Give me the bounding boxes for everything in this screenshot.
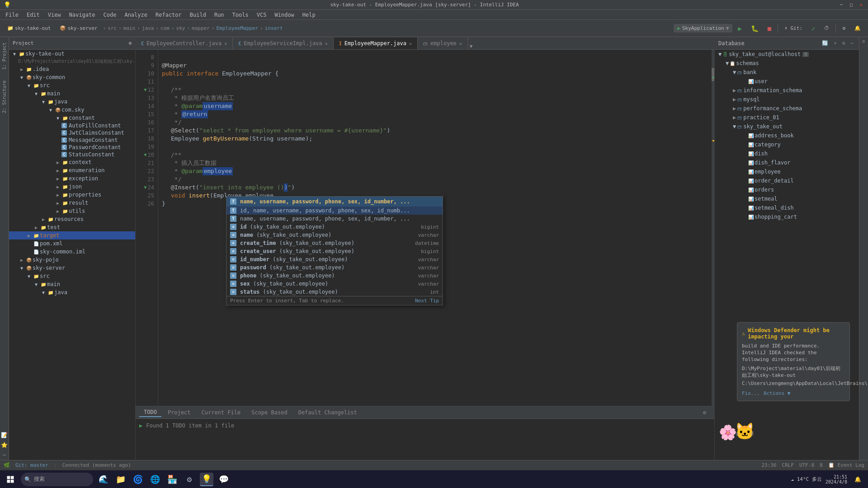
taskbar-icon-settings[interactable]: ⚙ (183, 473, 196, 486)
toolbar-module-selector[interactable]: 📦 sky-server (56, 24, 101, 33)
db-category[interactable]: 📊 category (715, 140, 859, 149)
db-order-detail[interactable]: 📊 order_detail (715, 176, 859, 185)
status-position[interactable]: 23:36 (761, 462, 776, 468)
db-schemas[interactable]: ▼ 📋 schemas (715, 59, 859, 68)
menu-build[interactable]: Build (186, 11, 210, 19)
tree-item-context[interactable]: ▶ 📁 context (9, 158, 135, 166)
tree-item-autofill[interactable]: C AutoFillConstant (9, 122, 135, 129)
bottom-settings-icon[interactable]: ⚙ (698, 408, 711, 417)
tab-dropdown[interactable]: ▼ (470, 43, 473, 49)
tree-item-status[interactable]: C StatusConstant (9, 151, 135, 158)
tree-item-sky-pojo[interactable]: ▶ 📦 sky-pojo (9, 256, 135, 264)
ac-item-create-time[interactable]: ≡ create_time (sky_take_out.employee) da… (226, 239, 443, 247)
menu-vcs[interactable]: VCS (253, 11, 270, 19)
sidebar-icon-favorites[interactable]: ⭐ (1, 442, 8, 448)
run-config[interactable]: ▶ SkyApplication ▼ (674, 24, 732, 33)
menu-tools[interactable]: Tools (229, 11, 252, 19)
git-update[interactable]: ⬇ Git: (781, 24, 806, 33)
ac-next-tip[interactable]: Next Tip (415, 298, 439, 304)
taskbar-search[interactable]: 🔍 搜索 (21, 473, 93, 486)
notifications-button[interactable]: 🔔 (851, 24, 864, 33)
db-connection[interactable]: ▼ 🗄 sky_take_out@localhost 0 (715, 50, 859, 59)
tree-item-utils[interactable]: ▶ 📁 utils (9, 207, 135, 215)
ac-item-password[interactable]: ≡ password (sky_take_out.employee) varch… (226, 263, 443, 272)
menu-help[interactable]: Help (299, 11, 319, 19)
db-shopping-cart[interactable]: 📊 shopping_cart (715, 212, 859, 221)
tree-item-result[interactable]: ▶ 📁 result (9, 199, 135, 207)
tree-item-resources[interactable]: ▶ 📁 resources (9, 215, 135, 223)
db-sky-take-out[interactable]: ▼ 🗃 sky_take_out (715, 122, 859, 131)
db-orders[interactable]: 📊 orders (715, 185, 859, 194)
status-charset[interactable]: UTF-8 (799, 462, 814, 468)
bottom-tab-todo[interactable]: TODO (139, 408, 161, 417)
git-push[interactable]: ✓ (808, 23, 819, 33)
menu-refactor[interactable]: Refactor (152, 11, 185, 19)
sidebar-tab-project[interactable]: 1: Project (1, 39, 8, 73)
ac-header-row1[interactable]: T name, username, password, phone, sex, … (226, 197, 443, 206)
db-setmeal[interactable]: 📊 setmeal (715, 194, 859, 203)
tree-item-main[interactable]: ▼ 📁 main (9, 89, 135, 98)
tree-item-iml[interactable]: 📄 sky-common.iml (9, 248, 135, 256)
bottom-tab-changelist[interactable]: Default Changelist (294, 408, 362, 417)
tree-item-message[interactable]: C MessageConstant (9, 136, 135, 144)
tab-employee-controller[interactable]: C EmployeeController.java ✕ (136, 38, 233, 49)
git-history[interactable]: ⏱ (821, 24, 833, 33)
tree-item-jwt[interactable]: C JwtClaimsConstant (9, 129, 135, 136)
tree-item-server-src[interactable]: ▼ 📁 src (9, 272, 135, 280)
db-mysql[interactable]: ▶ 🗃 mysql (715, 95, 859, 104)
taskbar-icon-chat[interactable]: 💬 (217, 473, 231, 486)
taskbar-icon-file[interactable]: 📁 (114, 473, 127, 486)
ac-item-id-number[interactable]: ≡ id_number (sky_take_out.employee) varc… (226, 255, 443, 263)
db-bank[interactable]: ▼ 🗃 bank (715, 68, 859, 77)
minimize-button[interactable]: ─ (838, 2, 844, 8)
tree-item-pom[interactable]: 📄 pom.xml (9, 239, 135, 248)
tree-item-src[interactable]: ▼ 📁 src (9, 81, 135, 89)
notification-area-icon[interactable]: 🔔 (851, 473, 864, 486)
db-information-schema[interactable]: ▶ 🗃 information_schema (715, 86, 859, 95)
ac-item-phone[interactable]: ≡ phone (sky_take_out.employee) varchar (226, 272, 443, 280)
sidebar-icon-commit[interactable]: 📝 (1, 432, 8, 438)
menu-run[interactable]: Run (211, 11, 228, 19)
tree-item-com-sky[interactable]: ▼ 📦 com.sky (9, 106, 135, 114)
tab-close-table[interactable]: ✕ (459, 41, 462, 46)
tab-employee-mapper[interactable]: I EmployeeMapper.java ✕ (334, 38, 418, 49)
ac-header-row2[interactable]: T id, name, username, password, phone, s… (226, 206, 443, 215)
tree-item-java[interactable]: ▼ 📁 java (9, 98, 135, 106)
db-user-table[interactable]: 📊 user (715, 77, 859, 86)
vertical-scrollbar[interactable] (712, 50, 714, 406)
sidebar-icon-more[interactable]: ⋯ (3, 452, 6, 458)
menu-code[interactable]: Code (100, 11, 120, 19)
taskbar-icon-idea[interactable]: 💡 (200, 473, 213, 486)
tree-item-json[interactable]: ▶ 📁 json (9, 183, 135, 191)
run-button[interactable]: ▶ (734, 23, 745, 33)
tree-item-exception[interactable]: ▶ 📁 exception (9, 174, 135, 183)
tree-item-sky-common[interactable]: ▼ 📦 sky-common (9, 73, 135, 81)
tab-employee-service[interactable]: C EmployeeServiceImpl.java ✕ (233, 38, 333, 49)
db-address-book[interactable]: 📊 address_book (715, 131, 859, 140)
project-settings-icon[interactable]: ⚙ (128, 40, 132, 46)
breadcrumb-method[interactable]: insert (265, 25, 283, 31)
ac-header-row3[interactable]: T name, username, password, phone, sex, … (226, 215, 443, 223)
breadcrumb-class[interactable]: EmployeeMapper (216, 25, 258, 31)
menu-view[interactable]: View (44, 11, 65, 19)
ac-item-status[interactable]: ≡ status (sky_take_out.employee) int (226, 288, 443, 296)
menu-analyze[interactable]: Analyze (121, 11, 151, 19)
tree-root[interactable]: ▼ 📁 sky-take-out (9, 50, 135, 58)
tree-item-constant[interactable]: ▼ 📁 constant (9, 114, 135, 122)
db-practice[interactable]: ▶ 🗃 practice_01 (715, 113, 859, 122)
tab-close-controller[interactable]: ✕ (224, 41, 227, 46)
tree-item-properties[interactable]: ▶ 📁 properties (9, 191, 135, 199)
event-log-icon[interactable]: 📋 Event Log (828, 462, 864, 468)
toolbar-project-selector[interactable]: 📁 sky-take-out (4, 24, 54, 33)
tree-item-test[interactable]: ▶ 📁 test (9, 223, 135, 231)
debug-button[interactable]: 🐛 (747, 23, 762, 33)
sidebar-tab-structure[interactable]: 2: Structure (1, 77, 8, 117)
db-dish-flavor[interactable]: 📊 dish_flavor (715, 158, 859, 167)
menu-navigate[interactable]: Navigate (66, 11, 99, 19)
close-button[interactable]: ✕ (858, 2, 864, 8)
ac-item-name[interactable]: ≡ name (sky_take_out.employee) varchar (226, 231, 443, 239)
notification-fix-link[interactable]: Fix... (742, 390, 760, 396)
tree-item-password[interactable]: C PasswordConstant (9, 144, 135, 151)
right-strip-notifications[interactable]: ⚙ (861, 39, 866, 44)
bottom-tab-current[interactable]: Current File (197, 408, 245, 417)
